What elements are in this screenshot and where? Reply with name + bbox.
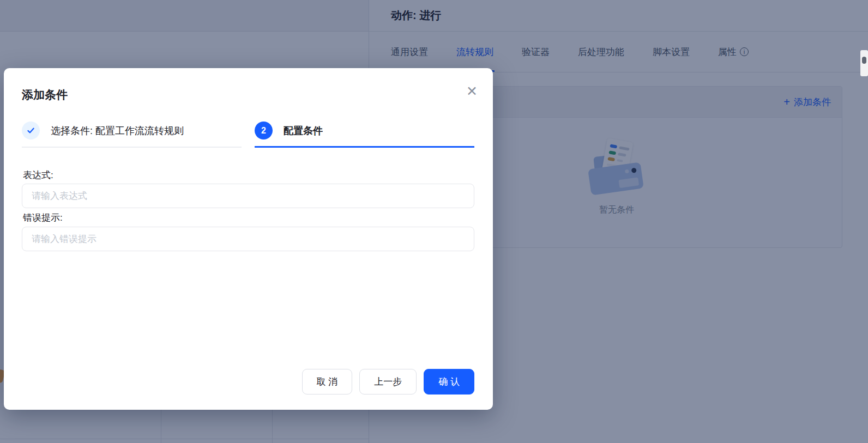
modal-title: 添加条件: [22, 87, 68, 102]
add-condition-modal: 添加条件 ✕ 选择条件: 配置工作流流转规则 2 配置条件 表达式: 错误提示:…: [4, 68, 493, 410]
error-message-input[interactable]: [22, 227, 474, 251]
error-message-label: 错误提示:: [23, 211, 63, 224]
step-configure-condition[interactable]: 2 配置条件: [255, 122, 474, 148]
step-select-condition[interactable]: 选择条件: 配置工作流流转规则: [22, 122, 242, 148]
app-screen: 动作: 进行 通用设置 流转规则 验证器 后处理功能 脚本设置 属性 i: [0, 0, 868, 443]
cancel-button[interactable]: 取 消: [302, 369, 353, 395]
scrollbar-thumb[interactable]: [862, 57, 866, 64]
expression-input[interactable]: [22, 184, 474, 208]
confirm-button[interactable]: 确 认: [424, 369, 474, 395]
prev-step-button[interactable]: 上一步: [359, 369, 417, 395]
close-icon[interactable]: ✕: [466, 84, 478, 98]
check-icon: [26, 126, 35, 135]
step-number-badge: 2: [255, 122, 273, 139]
step-label: 选择条件: 配置工作流流转规则: [51, 124, 184, 137]
modal-footer: 取 消 上一步 确 认: [302, 369, 474, 395]
modal-steps: 选择条件: 配置工作流流转规则 2 配置条件: [22, 122, 474, 148]
step-done-circle: [22, 122, 40, 139]
step-label: 配置条件: [284, 124, 323, 137]
scrollbar-track: [860, 50, 868, 76]
expression-label: 表达式:: [23, 169, 53, 181]
